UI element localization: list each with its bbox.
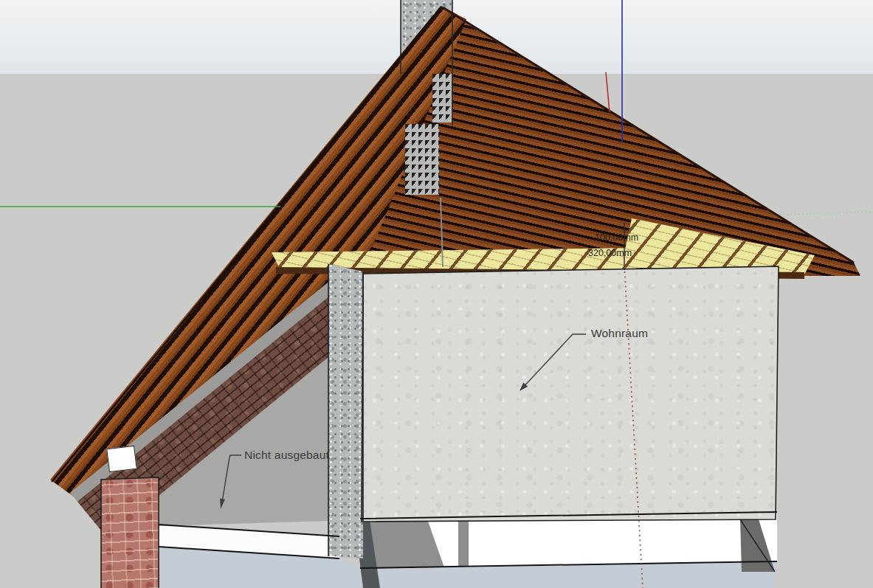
chimney-edges	[401, 0, 452, 125]
corner-edge	[740, 519, 775, 572]
slab-edges-left	[159, 525, 339, 558]
wall-outline	[362, 266, 779, 522]
nicht-ausgebaut-leader-line	[221, 455, 241, 506]
wohnraum-label[interactable]: Wohnraum	[591, 328, 648, 339]
nicht-ausgebaut-label[interactable]: Nicht ausgebaut	[244, 449, 329, 461]
dimension-label-1[interactable]: 100,00mm	[595, 233, 638, 243]
green-axis-dotted	[780, 212, 873, 215]
dimension-label-2[interactable]: 320,00mm	[588, 249, 632, 258]
edge-and-axis-overlay	[0, 0, 873, 588]
gable-strip-edges	[328, 264, 363, 556]
wohnraum-leader-line	[522, 334, 586, 388]
nicht-ausgebaut-leader-arrowhead	[220, 499, 225, 509]
hidden-chimney-edge	[441, 198, 443, 267]
red-axis-solid	[606, 72, 610, 112]
brick-pillar-edges	[101, 477, 159, 588]
3d-model-viewport[interactable]: Wohnraum Nicht ausgebaut 100,00mm 320,00…	[0, 0, 873, 588]
verge-edge	[52, 7, 442, 482]
ridge-edge	[443, 7, 854, 263]
red-axis-dotted	[624, 252, 643, 588]
